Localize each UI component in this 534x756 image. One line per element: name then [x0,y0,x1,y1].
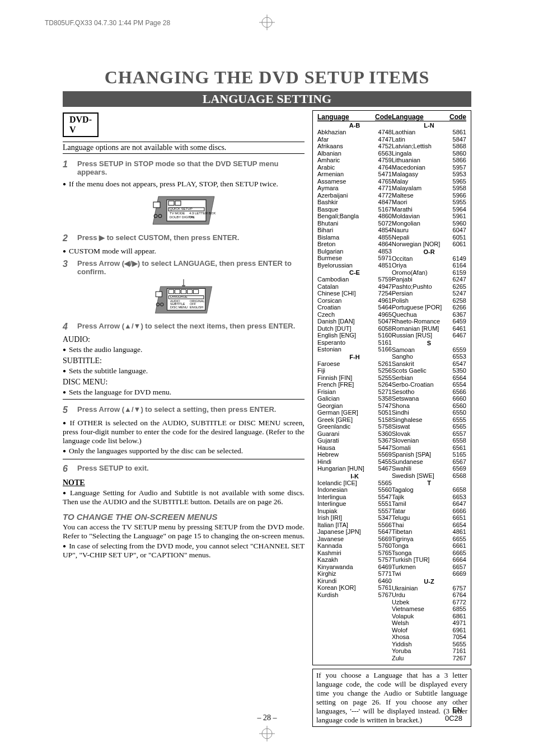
discmenu-heading: DISC MENU: [63,378,305,387]
table-row: Gujarati5367 [317,437,392,444]
svg-rect-13 [153,202,160,208]
table-row: Lingala5860 [392,150,466,157]
step-5-number: 5 [63,405,71,415]
table-row: Tonga6661 [392,542,466,550]
table-row: Chinese [CHI]7254 [317,290,392,297]
table-row: Croatian5464 [317,304,392,311]
table-row: Twi6669 [392,570,466,577]
audio-body: Sets the audio language. [63,345,305,354]
table-row: Bislama4855 [317,234,392,241]
table-row: Turkish [TUR]6664 [392,556,466,564]
table-row: Byelorussian4851 [317,262,392,269]
table-row: Tagalog6658 [392,486,466,494]
table-row: Assamese4765 [317,178,392,185]
table-row: Afrikaans4752 [317,143,392,150]
svg-text:4:3 LETTER BOX: 4:3 LETTER BOX [189,212,216,215]
table-row: Japanese [JPN]5647 [317,528,392,536]
table-row: Zulu7267 [392,655,466,662]
table-row: Malay5965 [392,178,466,185]
table-row: Armenian5471 [317,171,392,178]
table-row: Romanian [RUM]6461 [392,325,466,332]
table-row: Catalan4947 [317,283,392,290]
table-row: Arabic4764 [317,164,392,171]
table-row: Moldavian5961 [392,213,466,220]
osd-diagram-2: LANGUAGE AUDIOORIGINAL SUBTITLEOFF DISC … [128,279,240,318]
step-4: 4Press Arrow (▲/▼) to select the next it… [63,322,305,332]
note-heading: NOTE [63,478,305,487]
step-6-number: 6 [63,464,71,474]
left-column: DVD-V Language options are not available… [63,110,305,727]
subtitle-heading: SUBTITLE: [63,356,305,365]
step-6: 6Press SETUP to exit. [63,464,305,474]
table-row: Laothian5861 [392,129,466,136]
table-row: Macedonian5957 [392,164,466,171]
table-row: Albanian6563 [317,150,392,157]
group-heading: T [392,480,466,486]
lead-text: Language options are not available with … [63,142,305,154]
table-row: German [GER]5051 [317,409,392,416]
table-row: Norwegian [NOR]6061 [392,241,466,248]
group-heading: A-B [317,122,392,129]
table-row: Bengali;Bangla4860 [317,213,392,220]
table-row: Panjabi6247 [392,276,466,283]
table-row: Sangho6553 [392,353,466,360]
table-row: Hindi5455 [317,458,392,466]
table-row: Serbo-Croatian6554 [392,381,466,388]
step-1-text: Press SETUP in STOP mode so that the DVD… [77,159,305,176]
step-3-text: Press Arrow (◀/▶) to select LANGUAGE, th… [77,259,305,276]
table-row: Interlingue5551 [317,500,392,508]
bottom-right-line2: 0C28 [445,714,462,722]
page-title: CHANGING THE DVD SETUP ITEMS [63,67,471,88]
section-bar: LANGUAGE SETTING [63,91,471,107]
step-1-note: If the menu does not appears, press PLAY… [63,180,305,189]
table-row: Turkmen6657 [392,564,466,571]
step-2: 2Press ▶ to select CUSTOM, then press EN… [63,233,305,243]
tochange-heading: TO CHANGE THE ON-SCREEN MENUS [63,512,305,522]
table-row: Portuguese [POR]6266 [392,304,466,311]
table-row: Abkhazian4748 [317,129,392,136]
table-row: Greek [GRE]5158 [317,416,392,424]
svg-rect-6 [175,201,181,205]
tochange-body: You can access the TV SETUP menu by pres… [63,523,305,541]
bottom-right-codes: EN 0C28 [445,706,462,722]
table-row: Sindhi6550 [392,409,466,416]
table-row: Hungarian [HUN]5467 [317,465,392,472]
svg-text:TV MODE: TV MODE [170,212,185,215]
table-row: Malagasy5953 [392,171,466,178]
table-row: Interlingua5547 [317,494,392,501]
svg-rect-21 [175,289,180,293]
table-row: Bashkir4847 [317,199,392,206]
table-row: Aymara4771 [317,185,392,192]
table-row: Urdu6764 [392,591,466,599]
right-column: LanguageCodeA-BAbkhazian4748Afar4747Afri… [312,110,471,727]
table-row: Polish6258 [392,297,466,304]
group-heading: U-Z [392,578,466,585]
table-row: Hausa5447 [317,444,392,452]
table-row: Occitan6149 [392,255,466,262]
table-row: Georgian5747 [317,402,392,410]
svg-text:DISC MENU: DISC MENU [170,306,188,309]
table-row: Finnish [FIN]5255 [317,374,392,382]
audio-heading: AUDIO: [63,335,305,344]
table-row: Singhalese6555 [392,416,466,424]
step-1: 1Press SETUP in STOP mode so that the DV… [63,159,305,176]
table-row: Danish [DAN]5047 [317,318,392,325]
table-row: Nauru6047 [392,227,466,234]
group-heading: O-R [392,248,466,255]
table-row: Tsonga6665 [392,550,466,557]
table-row: Sesotho6566 [392,388,466,396]
table-row: Persian5247 [392,290,466,297]
group-heading: L-N [392,122,466,129]
print-header: TD805UF.QX33 04.7.30 1:44 PM Page 28 [45,19,170,27]
table-row: Wolof6961 [392,627,466,634]
step-2-number: 2 [63,233,71,243]
table-row: Swahili6569 [392,465,466,472]
subtitle-body: Sets the subtitle language. [63,367,305,375]
svg-rect-23 [187,289,192,293]
table-row: Korean [KOR]5761 [317,584,392,591]
table-row: Spanish [SPA]5165 [392,451,466,458]
table-row: Breton4864 [317,241,392,248]
svg-rect-22 [181,289,186,293]
table-row: Kirghiz5771 [317,570,392,577]
table-row: Kirundi6460 [317,577,392,585]
